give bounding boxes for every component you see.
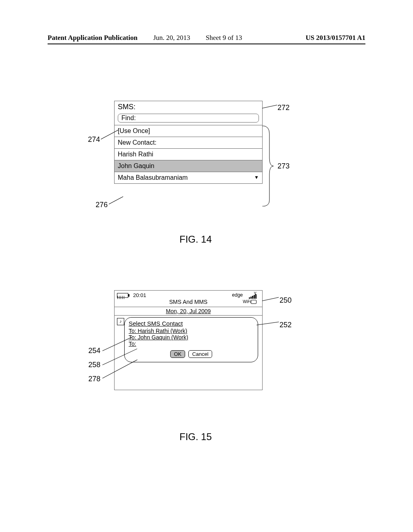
fig15-caption: FIG. 15 bbox=[179, 431, 212, 443]
fig15: 20:01 SMS And MMS edge Y WiFi Mon, 20, J… bbox=[114, 290, 262, 390]
header-date: Jun. 20, 2013 bbox=[153, 34, 190, 42]
fig14: SMS: Find: [Use Once] New Contact: Haris… bbox=[114, 101, 262, 184]
bracket-273 bbox=[262, 126, 274, 206]
status-title: SMS And MMS bbox=[115, 299, 262, 305]
ref-272: 272 bbox=[277, 104, 290, 112]
wifi-icon bbox=[251, 300, 257, 304]
ref-278: 278 bbox=[88, 375, 100, 383]
sms-label: SMS: bbox=[115, 101, 262, 113]
ref-258: 258 bbox=[88, 361, 100, 369]
dialog-buttons: OK Cancel bbox=[129, 350, 254, 358]
status-network-edge: edge bbox=[232, 292, 243, 298]
date-bar: Mon, 20, Jul 2009 bbox=[115, 307, 262, 316]
ref-273: 273 bbox=[277, 162, 290, 170]
status-bar: 20:01 SMS And MMS edge Y WiFi bbox=[115, 291, 262, 307]
dialog-to-line-3[interactable]: To: bbox=[129, 341, 254, 347]
lead-272 bbox=[262, 105, 277, 108]
dialog-to-line-2: To: John Gaquin (Work) bbox=[129, 334, 254, 341]
list-item-john-selected[interactable]: John Gaquin bbox=[115, 160, 262, 172]
battery-icon bbox=[117, 293, 128, 298]
ref-254: 254 bbox=[88, 347, 100, 355]
ref-274: 274 bbox=[88, 135, 100, 144]
ref-250: 250 bbox=[280, 296, 292, 305]
status-time: 20:01 bbox=[133, 292, 146, 298]
header-pubno: US 2013/0157701 A1 bbox=[306, 34, 365, 42]
header-publication: Patent Application Publication bbox=[48, 34, 138, 42]
dialog-title: Select SMS Contact bbox=[129, 320, 183, 327]
cancel-button[interactable]: Cancel bbox=[188, 350, 212, 358]
wifi-label: WiFi bbox=[243, 299, 251, 304]
contact-picker-panel: SMS: Find: [Use Once] New Contact: Haris… bbox=[114, 101, 263, 184]
header-sheet: Sheet 9 of 13 bbox=[206, 34, 242, 42]
list-item-use-once[interactable]: [Use Once] bbox=[115, 125, 262, 137]
ref-252: 252 bbox=[280, 321, 292, 329]
select-contact-dialog: Select SMS Contact To: Harish Rathi (Wor… bbox=[124, 317, 258, 362]
list-item-new-contact[interactable]: New Contact: bbox=[115, 137, 262, 148]
header-rule bbox=[48, 44, 365, 44]
list-item-harish[interactable]: Harish Rathi bbox=[115, 148, 262, 160]
message-content: ♪ 54 Select SMS Contact To: Harish Rathi… bbox=[115, 316, 262, 378]
ok-button[interactable]: OK bbox=[170, 350, 185, 358]
lead-276 bbox=[109, 196, 123, 204]
fig14-caption: FIG. 14 bbox=[179, 234, 212, 245]
find-input[interactable]: Find: bbox=[118, 114, 259, 123]
dialog-to-line-1: To: Harish Rathi (Work) bbox=[129, 328, 254, 334]
find-row: Find: bbox=[115, 113, 262, 125]
phone-screen: 20:01 SMS And MMS edge Y WiFi Mon, 20, J… bbox=[114, 290, 263, 390]
ref-276: 276 bbox=[96, 201, 108, 209]
lead-250 bbox=[262, 297, 279, 301]
music-note-icon: ♪ bbox=[117, 318, 124, 325]
status-wifi: WiFi bbox=[243, 299, 257, 304]
list-item-maha[interactable]: Maha Balasubramaniam bbox=[115, 172, 262, 183]
